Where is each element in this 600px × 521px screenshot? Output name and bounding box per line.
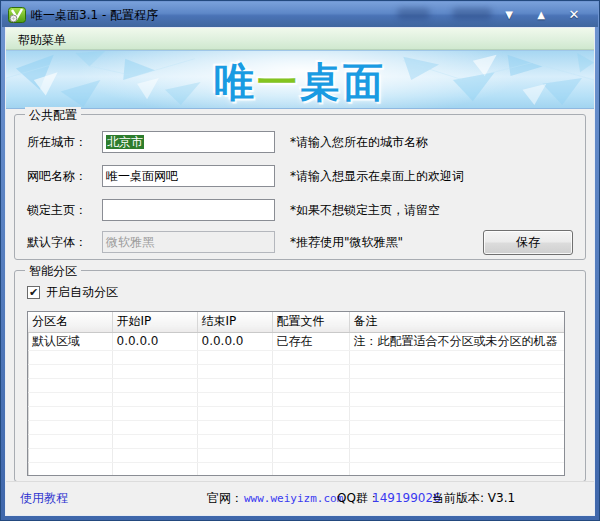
cafe-name-label: 网吧名称： xyxy=(27,165,101,187)
website-label: 官网： xyxy=(207,482,243,515)
table-empty-row xyxy=(28,350,564,364)
city-input[interactable]: 北京市 xyxy=(102,131,275,153)
cell-end-ip: 0.0.0.0 xyxy=(197,332,272,350)
col-start-ip[interactable]: 开始IP xyxy=(112,312,197,332)
logo-char-green: 一 xyxy=(257,59,300,105)
city-label: 所在城市： xyxy=(27,131,101,153)
cafe-name-input[interactable]: 唯一桌面网吧 xyxy=(102,165,275,187)
group-title: 公共配置 xyxy=(25,107,81,124)
group-title: 智能分区 xyxy=(25,263,81,280)
table-empty-row xyxy=(28,448,564,462)
title-bar[interactable]: 唯一桌面3.1 - 配置程序 ▼ ▲ ✕ xyxy=(2,2,598,27)
table-empty-row xyxy=(28,364,564,378)
col-remark[interactable]: 备注 xyxy=(349,312,564,332)
table-empty-row xyxy=(28,434,564,448)
col-config-file[interactable]: 配置文件 xyxy=(272,312,349,332)
font-hint: *推荐使用"微软雅黑" xyxy=(290,231,403,253)
group-smart-partition: 智能分区 ✔ 开启自动分区 分区名 开始IP 结束IP 配置文件 备注 xyxy=(14,270,586,482)
auto-partition-row: ✔ 开启自动分区 xyxy=(27,284,118,300)
cafe-name-hint: *请输入想显示在桌面上的欢迎词 xyxy=(290,165,464,187)
font-label: 默认字体： xyxy=(27,231,101,253)
group-public-config: 公共配置 所在城市： 北京市 *请输入您所在的城市名称 网吧名称： 唯一桌面网吧… xyxy=(14,114,586,260)
website-url-link[interactable]: www.weiyizm.com xyxy=(244,482,343,515)
col-partition-name[interactable]: 分区名 xyxy=(28,312,112,332)
menu-bar: 帮助菜单 xyxy=(6,28,594,50)
table-empty-row xyxy=(28,378,564,392)
logo-chars: 桌面 xyxy=(300,59,386,105)
app-icon xyxy=(8,6,26,24)
cell-start-ip: 0.0.0.0 xyxy=(112,332,197,350)
cell-config-file: 已存在 xyxy=(272,332,349,350)
col-end-ip[interactable]: 结束IP xyxy=(197,312,272,332)
table-empty-row xyxy=(28,392,564,406)
table-empty-row xyxy=(28,406,564,420)
table-empty-row xyxy=(28,420,564,434)
banner: 唯一桌面 xyxy=(6,50,594,109)
homepage-input[interactable] xyxy=(102,199,275,221)
status-bar: 使用教程 官网： www.weiyizm.com QQ群： 149199026 … xyxy=(6,481,594,515)
maximize-button[interactable]: ▲ xyxy=(529,5,553,24)
cell-partition-name: 默认区域 xyxy=(28,332,112,350)
selected-text: 北京市 xyxy=(106,135,144,149)
auto-partition-checkbox[interactable]: ✔ xyxy=(27,286,40,299)
homepage-hint: *如果不想锁定主页，请留空 xyxy=(290,199,440,221)
homepage-label: 锁定主页： xyxy=(27,199,101,221)
save-button[interactable]: 保存 xyxy=(483,230,573,255)
tutorial-link[interactable]: 使用教程 xyxy=(20,482,68,515)
titlebar-smudge xyxy=(397,8,430,19)
table-row[interactable]: 默认区域 0.0.0.0 0.0.0.0 已存在 注：此配置适合不分区或未分区的… xyxy=(28,332,564,350)
menu-item-help[interactable]: 帮助菜单 xyxy=(14,31,70,50)
window-title: 唯一桌面3.1 - 配置程序 xyxy=(31,7,158,24)
city-hint: *请输入您所在的城市名称 xyxy=(290,131,428,153)
qq-group-number[interactable]: 149199026 xyxy=(372,482,441,515)
auto-partition-label: 开启自动分区 xyxy=(46,284,118,301)
close-button[interactable]: ✕ xyxy=(562,5,586,24)
minimize-button[interactable]: ▼ xyxy=(497,5,521,24)
logo-char: 唯 xyxy=(214,59,257,105)
window-body: 帮助菜单 xyxy=(5,27,595,516)
table-empty-row xyxy=(28,462,564,476)
cell-remark: 注：此配置适合不分区或未分区的机器 xyxy=(349,332,564,350)
titlebar-smudge xyxy=(452,8,492,19)
version-text: 当前版本: V3.1 xyxy=(432,482,515,515)
partition-table[interactable]: 分区名 开始IP 结束IP 配置文件 备注 默认区域 0.0.0.0 0.0.0… xyxy=(27,311,565,476)
product-logo: 唯一桌面 xyxy=(6,55,594,109)
table-header-row: 分区名 开始IP 结束IP 配置文件 备注 xyxy=(28,312,564,332)
app-window: 唯一桌面3.1 - 配置程序 ▼ ▲ ✕ 帮助菜单 xyxy=(0,0,600,521)
font-input: 微软雅黑 xyxy=(102,231,275,253)
